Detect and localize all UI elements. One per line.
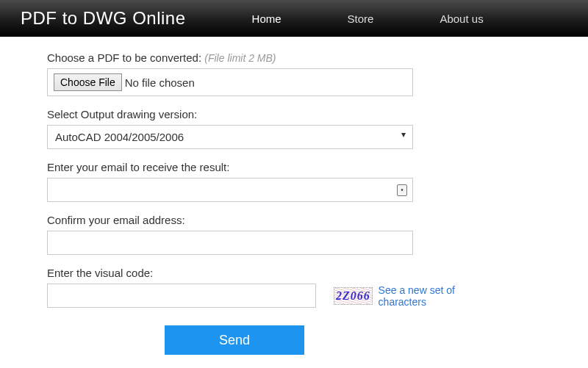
file-status-text: No file chosen <box>125 76 195 89</box>
header-bar: PDF to DWG Online Home Store About us <box>0 0 588 37</box>
captcha-input[interactable] <box>47 284 316 308</box>
email-field-group: Enter your email to receive the result: … <box>47 161 470 202</box>
main-nav: Home Store About us <box>252 12 484 25</box>
nav-home[interactable]: Home <box>252 12 282 25</box>
nav-about[interactable]: About us <box>440 12 483 25</box>
file-label-text: Choose a PDF to be converted: <box>47 51 201 64</box>
email-input[interactable] <box>47 178 413 202</box>
email-label: Enter your email to receive the result: <box>47 161 470 173</box>
version-select-wrap: AutoCAD 2004/2005/2006 <box>47 125 413 149</box>
form-container: Choose a PDF to be converted: (File limi… <box>0 37 470 355</box>
file-input-row: Choose File No file chosen <box>47 68 413 96</box>
captcha-field: Enter the visual code: 2Z066 See a new s… <box>47 267 470 308</box>
file-hint: (File limit 2 MB) <box>204 52 276 64</box>
choose-file-button[interactable]: Choose File <box>54 73 122 91</box>
captcha-image: 2Z066 <box>334 287 373 305</box>
send-button[interactable]: Send <box>165 325 304 355</box>
version-select[interactable]: AutoCAD 2004/2005/2006 <box>47 125 413 149</box>
captcha-refresh-link[interactable]: See a new set of characters <box>379 284 470 308</box>
email-input-wrap: • <box>47 178 413 202</box>
nav-store[interactable]: Store <box>348 12 374 25</box>
captcha-row: 2Z066 See a new set of characters <box>47 284 470 308</box>
confirm-email-field-group: Confirm your email address: <box>47 214 470 255</box>
version-field: Select Output drawing version: AutoCAD 2… <box>47 108 470 149</box>
brand-title: PDF to DWG Online <box>0 8 186 29</box>
version-label: Select Output drawing version: <box>47 108 470 120</box>
file-label: Choose a PDF to be converted: (File limi… <box>47 51 470 64</box>
confirm-email-label: Confirm your email address: <box>47 214 470 226</box>
confirm-email-input[interactable] <box>47 231 413 255</box>
captcha-label: Enter the visual code: <box>47 267 470 279</box>
file-field: Choose a PDF to be converted: (File limi… <box>47 51 470 96</box>
